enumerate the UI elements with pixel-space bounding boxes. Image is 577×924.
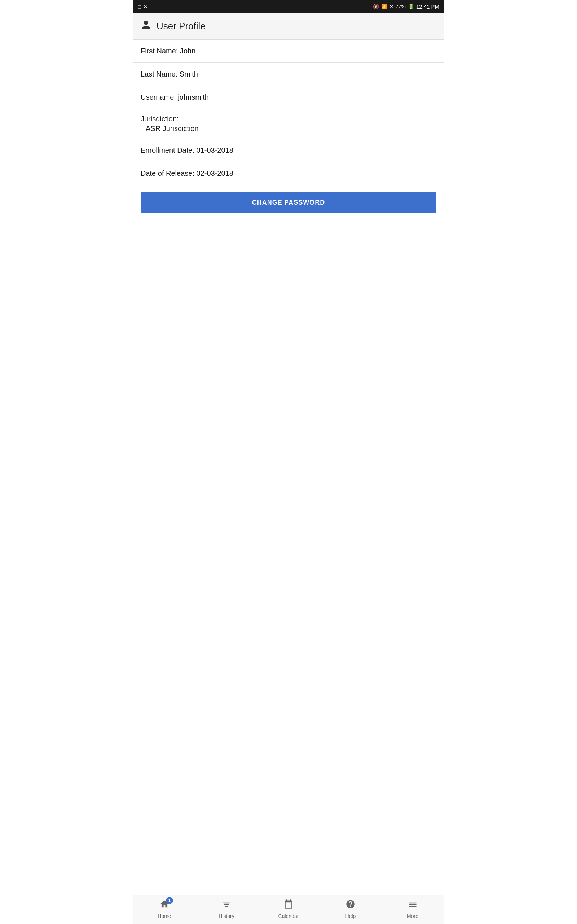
enrollment-date-value: Enrollment Date: 01-03-2018 [141,146,233,154]
home-icon: 1 [160,899,169,912]
bottom-nav: 1 Home History Calendar Help [134,895,443,924]
nav-label-calendar: Calendar [279,913,299,919]
nav-item-help[interactable]: Help [319,899,382,919]
nav-label-more: More [407,913,418,919]
time: 12:41 PM [416,3,439,10]
status-bar-right: 🔇 📶 ✕ 77% 🔋 12:41 PM [373,3,439,10]
calendar-icon [284,899,293,912]
jurisdiction-value: ASR Jurisdiction [141,123,436,133]
jurisdiction-label: Jurisdiction: [141,115,436,123]
change-password-button[interactable]: CHANGE PASSWORD [141,192,436,213]
main-content: First Name: John Last Name: Smith Userna… [134,40,443,558]
nav-item-calendar[interactable]: Calendar [258,899,319,919]
nav-item-more[interactable]: More [382,899,443,919]
help-icon [345,899,356,912]
status-bar: □ ✕ 🔇 📶 ✕ 77% 🔋 12:41 PM [134,0,443,13]
battery-icon: 🔋 [408,3,414,10]
app-header: User Profile [134,13,443,40]
page-title: User Profile [156,21,206,32]
nav-label-help: Help [345,913,356,919]
more-icon [408,899,417,912]
username-field: Username: johnsmith [134,86,443,109]
username-value: Username: johnsmith [141,93,209,101]
notification-icon: □ [138,3,141,10]
enrollment-date-field: Enrollment Date: 01-03-2018 [134,139,443,162]
nav-item-home[interactable]: 1 Home [134,899,195,919]
button-container: CHANGE PASSWORD [134,185,443,220]
first-name-field: First Name: John [134,40,443,63]
date-of-release-value: Date of Release: 02-03-2018 [141,169,233,177]
battery-level: 77% [396,3,406,10]
history-icon [221,899,232,912]
jurisdiction-field: Jurisdiction: ASR Jurisdiction [134,109,443,139]
app-icon: ✕ [143,3,148,10]
status-bar-left: □ ✕ [138,3,148,10]
date-of-release-field: Date of Release: 02-03-2018 [134,162,443,185]
last-name-value: Last Name: Smith [141,70,198,78]
mute-icon: 🔇 [373,3,379,10]
home-badge: 1 [166,897,173,904]
content-spacer [134,558,443,895]
user-profile-icon [141,19,152,33]
first-name-value: First Name: John [141,47,195,55]
nav-label-history: History [219,913,234,919]
signal-icon: ✕ [390,4,393,10]
wifi-icon: 📶 [381,3,387,10]
nav-label-home: Home [158,913,171,919]
last-name-field: Last Name: Smith [134,63,443,86]
nav-item-history[interactable]: History [195,899,258,919]
